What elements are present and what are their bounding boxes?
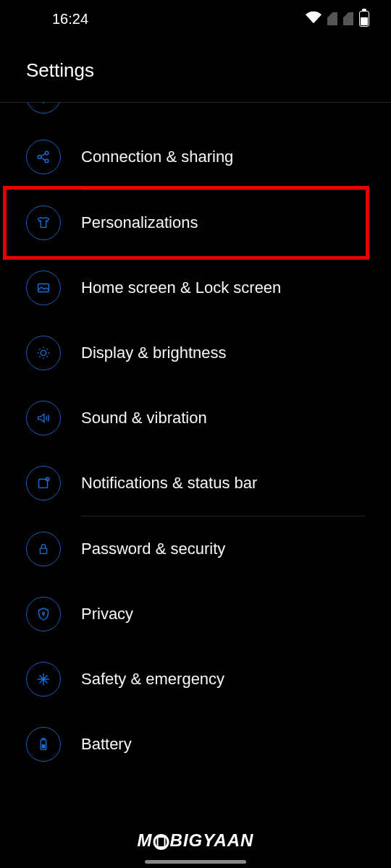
svg-point-2 (45, 159, 49, 163)
list-item-privacy[interactable]: Privacy (0, 582, 391, 647)
item-label: Personalizations (81, 213, 198, 232)
list-item-connection-sharing[interactable]: Connection & sharing (0, 124, 391, 190)
list-item-notifications[interactable]: Notifications & status bar (0, 451, 391, 516)
watermark-text-1: M (138, 830, 153, 850)
status-icons (306, 9, 369, 28)
list-item-personalizations[interactable]: Personalizations (0, 190, 391, 255)
sim1-icon (327, 12, 337, 25)
svg-point-1 (45, 151, 49, 155)
list-item-partial[interactable] (0, 103, 391, 124)
svg-rect-10 (42, 739, 45, 740)
svg-point-0 (38, 156, 41, 159)
watermark-logo-icon (154, 834, 169, 850)
list-item-battery[interactable]: Battery (0, 712, 391, 777)
wifi-icon (306, 9, 321, 28)
item-label: Privacy (81, 605, 133, 624)
share-icon (26, 140, 61, 174)
medical-icon (26, 662, 61, 697)
home-indicator[interactable] (145, 860, 246, 864)
list-item-password-security[interactable]: Password & security (0, 516, 391, 582)
list-item-display[interactable]: Display & brightness (0, 320, 391, 386)
watermark-text-2: BIGYAAN (170, 830, 254, 850)
svg-point-4 (41, 350, 46, 355)
watermark: MBIGYAAN (138, 830, 254, 851)
battery-icon (26, 727, 61, 762)
status-bar: 16:24 (0, 0, 391, 38)
item-label: Password & security (81, 540, 225, 558)
page-header: Settings (0, 38, 391, 96)
item-label: Notifications & status bar (81, 474, 257, 493)
list-item-safety-emergency[interactable]: Safety & emergency (0, 647, 391, 712)
item-label: Battery (81, 735, 132, 754)
item-label: Safety & emergency (81, 670, 224, 689)
notification-badge-icon (26, 466, 61, 501)
brightness-icon (26, 336, 61, 370)
svg-rect-7 (40, 548, 46, 553)
sim2-icon (343, 12, 353, 25)
item-label: Display & brightness (81, 344, 227, 362)
item-label: Connection & sharing (81, 148, 233, 166)
list-item-sound[interactable]: Sound & vibration (0, 386, 391, 451)
battery-icon (359, 11, 369, 27)
item-label: Home screen & Lock screen (81, 278, 281, 297)
speaker-icon (26, 401, 61, 435)
bluetooth-icon (26, 103, 61, 114)
shield-icon (26, 597, 61, 631)
svg-rect-3 (38, 284, 49, 292)
item-label: Sound & vibration (81, 409, 207, 427)
settings-list: Connection & sharing Personalizations Ho… (0, 103, 391, 777)
lock-icon (26, 532, 61, 566)
image-frame-icon (26, 271, 61, 305)
svg-rect-11 (42, 744, 46, 749)
page-title: Settings (26, 59, 365, 82)
status-time: 16:24 (52, 11, 88, 27)
list-item-home-lock[interactable]: Home screen & Lock screen (0, 255, 391, 320)
tshirt-icon (26, 205, 61, 240)
